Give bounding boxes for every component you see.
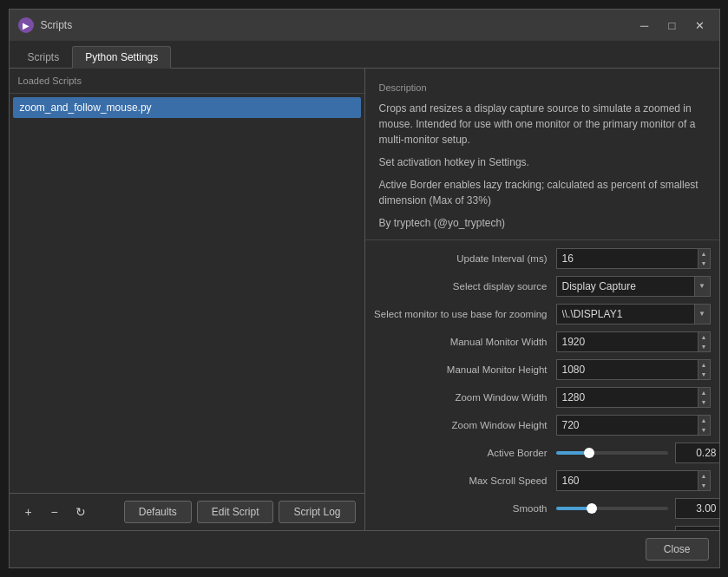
spinner-down-manual-monitor-width[interactable]: ▼ (698, 342, 710, 351)
loaded-scripts-header: Loaded Scripts (10, 69, 364, 94)
select-control-select-monitor: \\.\DISPLAY1 ▼ (556, 304, 711, 325)
spinner-input-zoom-window-width[interactable] (556, 387, 698, 408)
setting-control-select-display-source: Display Capture ▼ (556, 276, 711, 297)
script-log-button[interactable]: Script Log (279, 501, 355, 523)
desc-line-3: Active Border enables lazy tracking; cal… (379, 177, 705, 208)
left-panel: Loaded Scripts zoom_and_follow_mouse.py … (10, 69, 365, 530)
setting-control-update-interval: ▲ ▼ (556, 248, 711, 269)
select-select-monitor[interactable]: \\.\DISPLAY1 (556, 304, 695, 325)
window-controls: ─ □ ✕ (634, 16, 711, 34)
script-item[interactable]: zoom_and_follow_mouse.py (13, 97, 361, 118)
spinner-buttons-zoom-window-height: ▲ ▼ (698, 415, 711, 436)
spinner-up-zoom-window-width[interactable]: ▲ (698, 388, 710, 397)
slider-smooth[interactable] (556, 507, 668, 510)
spinner-down-zoom-window-width[interactable]: ▼ (698, 397, 710, 407)
tab-scripts[interactable]: Scripts (15, 46, 73, 68)
slider-active-border[interactable] (556, 451, 668, 455)
window-close-button[interactable]: ✕ (690, 16, 711, 34)
setting-label-select-display-source: Select display source (374, 281, 556, 292)
spinner-manual-monitor-height: ▲ ▼ (556, 359, 711, 380)
setting-label-select-monitor: Select monitor to use base for zooming (374, 309, 556, 319)
setting-label-max-scroll-speed: Max Scroll Speed (374, 475, 556, 486)
footer-bar: Close (10, 530, 719, 567)
spinner-up-manual-monitor-height[interactable]: ▲ (698, 360, 710, 370)
setting-row-update-interval: Update Interval (ms) ▲ ▼ (374, 247, 711, 270)
remove-script-button[interactable]: − (44, 502, 65, 522)
slider-value-box-smooth: ▲ ▼ (675, 498, 719, 519)
spinner-update-interval: ▲ ▼ (556, 248, 711, 269)
spinner-down-manual-monitor-height[interactable]: ▼ (698, 370, 710, 379)
setting-control-smooth: ▲ ▼ (556, 498, 719, 519)
setting-label-zoom-window-width: Zoom Window Width (374, 392, 556, 403)
setting-row-active-border: Active Border ▲ ▼ (374, 442, 711, 464)
spinner-up-update-interval[interactable]: ▲ (698, 249, 710, 259)
settings-area: Update Interval (ms) ▲ ▼ Select display … (365, 240, 719, 531)
spinner-buttons-manual-monitor-width: ▲ ▼ (698, 331, 711, 352)
setting-row-zoom-window-width: Zoom Window Width ▲ ▼ (374, 386, 711, 409)
setting-row-manual-monitor-width: Manual Monitor Width ▲ ▼ (374, 331, 711, 353)
app-icon: ▶ (18, 17, 34, 33)
spinner-buttons-max-scroll-speed: ▲ ▼ (698, 470, 711, 491)
add-script-button[interactable]: + (18, 502, 39, 522)
bottom-toolbar: + − ↻ Defaults Edit Script Script Log (10, 493, 364, 530)
setting-row-max-scroll-speed: Max Scroll Speed ▲ ▼ (374, 469, 711, 492)
select-arrow-select-monitor: ▼ (695, 304, 711, 325)
spinner-down-zoom-window-height[interactable]: ▼ (698, 425, 710, 435)
content-area: Loaded Scripts zoom_and_follow_mouse.py … (10, 69, 719, 530)
slider-input-active-border[interactable] (675, 443, 719, 463)
setting-label-manual-monitor-width: Manual Monitor Width (374, 337, 556, 347)
scripts-list: zoom_and_follow_mouse.py (10, 94, 364, 493)
setting-control-max-scroll-speed: ▲ ▼ (556, 470, 711, 491)
setting-row-select-monitor: Select monitor to use base for zooming \… (374, 303, 711, 325)
setting-row-select-display-source: Select display source Display Capture ▼ (374, 275, 711, 298)
spinner-down-max-scroll-speed[interactable]: ▼ (698, 481, 710, 490)
spinner-up-manual-monitor-width[interactable]: ▲ (698, 332, 710, 342)
slider-value-box-active-border: ▲ ▼ (675, 443, 719, 463)
spinner-max-scroll-speed: ▲ ▼ (556, 470, 711, 491)
close-button[interactable]: Close (646, 538, 709, 561)
description-header: Description (379, 81, 705, 95)
slider-input-smooth[interactable] (675, 498, 719, 519)
setting-label-manual-monitor-height: Manual Monitor Height (374, 364, 556, 375)
spinner-input-manual-monitor-width[interactable] (556, 331, 698, 352)
spinner-buttons-update-interval: ▲ ▼ (698, 248, 711, 269)
edit-script-button[interactable]: Edit Script (197, 501, 274, 523)
desc-line-2: Set activation hotkey in Settings. (379, 154, 705, 170)
setting-control-zoom-window-height: ▲ ▼ (556, 415, 711, 436)
title-bar: ▶ Scripts ─ □ ✕ (10, 10, 719, 41)
setting-control-select-monitor: \\.\DISPLAY1 ▼ (556, 304, 711, 325)
slider-control-active-border: ▲ ▼ (556, 443, 719, 463)
tab-bar: Scripts Python Settings (10, 41, 719, 69)
spinner-input-manual-monitor-height[interactable] (556, 359, 698, 380)
spinner-zoom-window-width: ▲ ▼ (556, 387, 711, 408)
select-arrow-select-display-source: ▼ (695, 276, 711, 297)
minimize-button[interactable]: ─ (634, 16, 655, 34)
setting-label-smooth: Smooth (374, 503, 556, 514)
spinner-input-update-interval[interactable] (556, 248, 698, 269)
spinner-up-zoom-window-height[interactable]: ▲ (698, 416, 710, 425)
spinner-zoom-window-height: ▲ ▼ (556, 415, 711, 436)
spinner-input-zoom-window-height[interactable] (556, 415, 698, 436)
spinner-buttons-manual-monitor-height: ▲ ▼ (698, 359, 711, 380)
setting-label-zoom-window-height: Zoom Window Height (374, 420, 556, 430)
tab-python-settings[interactable]: Python Settings (72, 46, 171, 69)
defaults-button[interactable]: Defaults (124, 501, 192, 523)
setting-control-manual-monitor-width: ▲ ▼ (556, 331, 711, 352)
spinner-input-max-scroll-speed[interactable] (556, 470, 698, 491)
select-select-display-source[interactable]: Display Capture (556, 276, 695, 297)
description-area: Description Crops and resizes a display … (365, 69, 719, 240)
spinner-up-max-scroll-speed[interactable]: ▲ (698, 471, 710, 481)
maximize-button[interactable]: □ (662, 16, 683, 34)
setting-control-active-border: ▲ ▼ (556, 443, 719, 463)
spinner-buttons-zoom-window-width: ▲ ▼ (698, 387, 711, 408)
spinner-manual-monitor-width: ▲ ▼ (556, 331, 711, 352)
desc-line-1: Crops and resizes a display capture sour… (379, 101, 705, 148)
setting-control-zoom-window-width: ▲ ▼ (556, 387, 711, 408)
setting-row-smooth: Smooth ▲ ▼ (374, 497, 711, 520)
setting-row-manual-monitor-height: Manual Monitor Height ▲ ▼ (374, 358, 711, 381)
slider-control-smooth: ▲ ▼ (556, 498, 719, 519)
spinner-down-update-interval[interactable]: ▼ (698, 259, 710, 268)
reload-script-button[interactable]: ↻ (70, 502, 91, 522)
setting-label-update-interval: Update Interval (ms) (374, 253, 556, 264)
setting-control-manual-monitor-height: ▲ ▼ (556, 359, 711, 380)
